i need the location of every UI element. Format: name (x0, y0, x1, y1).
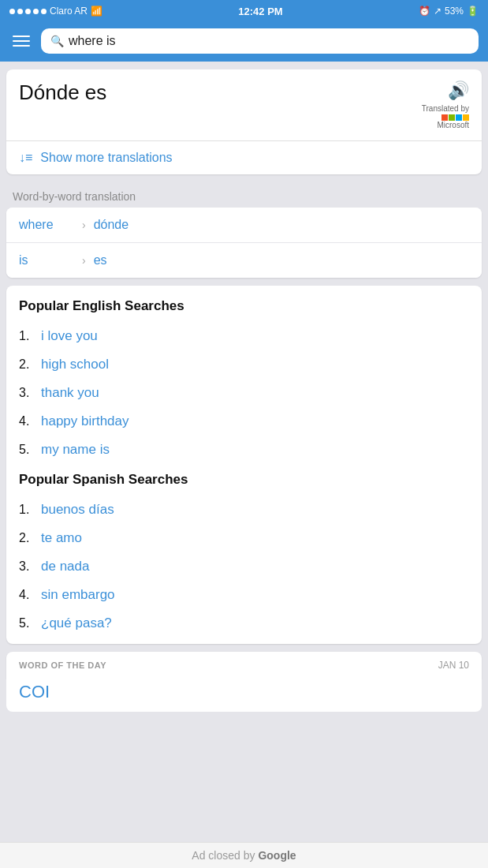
translation-main: Dónde es 🔊 Translated by Microsoft (6, 69, 482, 140)
provider-label: Microsoft (437, 121, 469, 129)
translation-meta: 🔊 Translated by Microsoft (422, 80, 469, 129)
translated-by: Translated by Microsoft (422, 104, 469, 129)
popular-spanish-heading: Popular Spanish Searches (19, 472, 469, 488)
popular-sp-num-1: 1. (19, 503, 35, 517)
wotd-label: WORD OF THE DAY (19, 660, 106, 670)
word-by-word-card: where › dónde is › es (6, 208, 482, 278)
popular-spanish-item-4[interactable]: 4. sin embargo (19, 581, 469, 609)
speaker-icon[interactable]: 🔊 (448, 80, 469, 101)
popular-spanish-item-2[interactable]: 2. te amo (19, 524, 469, 552)
location-icon: ↗ (434, 6, 441, 17)
word-es-donde: dónde (94, 218, 129, 232)
popular-sp-num-3: 3. (19, 559, 35, 574)
signal-dots (9, 9, 47, 14)
popular-english-item-2[interactable]: 2. high school (19, 350, 469, 379)
hamburger-menu[interactable] (9, 32, 33, 50)
show-more-icon: ↓≡ (19, 151, 32, 165)
word-en-is: is (19, 253, 74, 268)
ad-google-label: Google (258, 849, 296, 862)
wotd-word[interactable]: COI (6, 679, 482, 712)
popular-sp-num-2: 2. (19, 531, 35, 545)
popular-english-item-3[interactable]: 3. thank you (19, 379, 469, 407)
search-icon: 🔍 (50, 35, 64, 47)
popular-num-5: 5. (19, 443, 35, 457)
popular-link-5[interactable]: my name is (41, 442, 110, 458)
popular-spanish-item-5[interactable]: 5. ¿qué pasa? (19, 609, 469, 638)
popular-english-item-5[interactable]: 5. my name is (19, 436, 469, 464)
ad-bar: Ad closed by Google (0, 842, 488, 868)
popular-sp-num-5: 5. (19, 616, 35, 630)
popular-num-1: 1. (19, 329, 35, 343)
popular-sp-link-4[interactable]: sin embargo (41, 587, 115, 603)
search-bar[interactable]: 🔍 where is (41, 28, 479, 54)
status-bar: Claro AR 📶 12:42 PM ⏰ ↗ 53% 🔋 (0, 0, 488, 22)
popular-sp-link-5[interactable]: ¿qué pasa? (41, 615, 112, 631)
alarm-icon: ⏰ (419, 6, 430, 17)
carrier-label: Claro AR (50, 6, 88, 17)
translated-text: Dónde es (19, 80, 106, 105)
popular-link-3[interactable]: thank you (41, 385, 99, 401)
arrow-icon-is: › (82, 254, 86, 267)
word-by-word-label: Word-by-word translation (0, 182, 488, 208)
popular-num-3: 3. (19, 386, 35, 400)
status-left: Claro AR 📶 (9, 6, 102, 17)
popular-spanish-item-3[interactable]: 3. de nada (19, 552, 469, 581)
word-es-es: es (94, 253, 107, 268)
translated-by-label: Translated by (422, 104, 469, 113)
status-right: ⏰ ↗ 53% 🔋 (419, 6, 479, 17)
ad-label: Ad closed by Google (192, 849, 296, 862)
popular-num-2: 2. (19, 357, 35, 372)
popular-link-2[interactable]: high school (41, 357, 109, 372)
word-row-is[interactable]: is › es (6, 243, 482, 278)
popular-english-item-4[interactable]: 4. happy birthday (19, 407, 469, 436)
search-query[interactable]: where is (69, 34, 116, 48)
popular-sp-link-3[interactable]: de nada (41, 559, 89, 574)
popular-sp-link-2[interactable]: te amo (41, 530, 82, 546)
popular-english-item-1[interactable]: 1. i love you (19, 322, 469, 350)
word-en-where: where (19, 218, 74, 232)
status-time: 12:42 PM (238, 6, 282, 17)
popular-sp-link-1[interactable]: buenos días (41, 502, 114, 518)
popular-sp-num-4: 4. (19, 588, 35, 602)
nav-bar: 🔍 where is (0, 22, 488, 62)
popular-link-4[interactable]: happy birthday (41, 413, 129, 429)
popular-searches-card: Popular English Searches 1. i love you 2… (6, 286, 482, 644)
popular-english-heading: Popular English Searches (19, 298, 469, 314)
show-more-row[interactable]: ↓≡ Show more translations (6, 140, 482, 174)
popular-link-1[interactable]: i love you (41, 328, 98, 344)
microsoft-logo (441, 114, 469, 121)
translation-card: Dónde es 🔊 Translated by Microsoft ↓≡ Sh… (6, 69, 482, 174)
show-more-label[interactable]: Show more translations (40, 151, 172, 165)
popular-spanish-item-1[interactable]: 1. buenos días (19, 496, 469, 524)
battery-icon: 🔋 (467, 6, 479, 17)
popular-num-4: 4. (19, 414, 35, 428)
arrow-icon-where: › (82, 219, 86, 231)
battery-label: 53% (445, 6, 464, 17)
wotd-bar: WORD OF THE DAY JAN 10 (6, 652, 482, 679)
wifi-icon: 📶 (91, 6, 102, 17)
word-row-where[interactable]: where › dónde (6, 208, 482, 243)
wotd-date: JAN 10 (438, 660, 469, 671)
